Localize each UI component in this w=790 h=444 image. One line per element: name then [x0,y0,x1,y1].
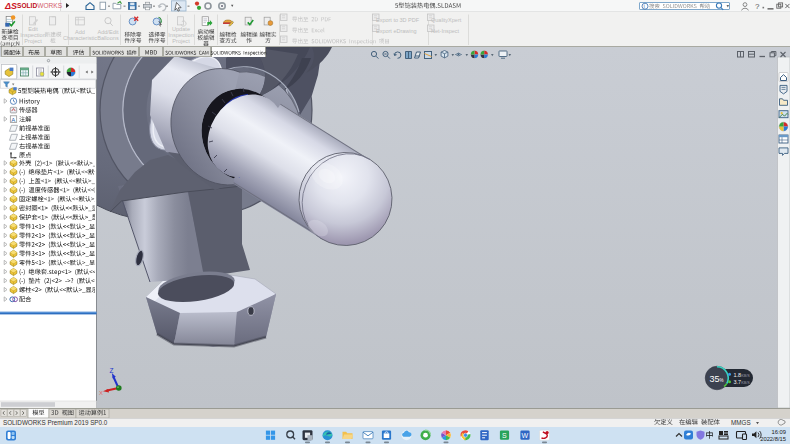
svg-text:W: W [522,432,529,439]
svg-text:A: A [11,117,15,123]
svg-text:S: S [502,432,507,439]
svg-text:Z: Z [110,367,114,374]
svg-text:X: X [99,390,103,396]
